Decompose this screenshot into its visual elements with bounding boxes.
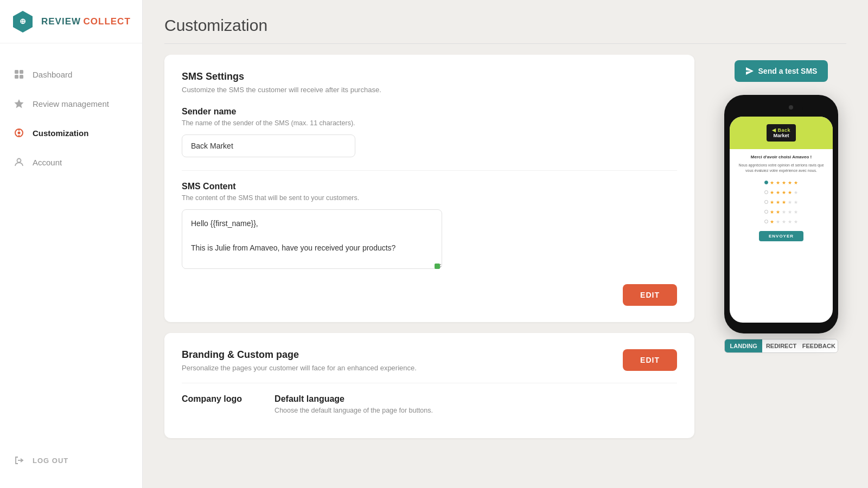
sms-edit-button[interactable]: EDIT	[623, 284, 677, 306]
company-logo-section: Company logo	[182, 394, 242, 422]
sidebar-item-account-label: Account	[33, 158, 62, 167]
sms-content-desc: The content of the SMS that will be sent…	[182, 194, 677, 202]
page-header: Customization	[143, 0, 868, 55]
paint-icon	[13, 127, 25, 139]
radio-2	[764, 210, 768, 214]
logout-label: LOG OUT	[33, 457, 68, 465]
svg-rect-4	[15, 75, 18, 79]
svg-rect-2	[15, 70, 18, 74]
branding-header: Branding & Custom page Personalize the p…	[182, 349, 417, 372]
main-content: Customization SMS Settings Customize the…	[143, 0, 868, 488]
person-icon	[13, 156, 25, 168]
logo-text: REVIEW COLLECT	[41, 16, 131, 27]
send-test-sms-button[interactable]: Send a test SMS	[735, 60, 828, 82]
star-row-1: ★ ★ ★ ★ ★	[764, 219, 798, 224]
content-area: SMS Settings Customize the SMS the custo…	[143, 55, 868, 488]
branding-card: Branding & Custom page Personalize the p…	[164, 333, 694, 438]
sms-content-label: SMS Content	[182, 182, 677, 191]
phone-thanks-text: Merci d'avoir choisi Amaveo !	[751, 155, 812, 159]
tab-feedback[interactable]: FEEDBACK	[800, 339, 838, 352]
sidebar-item-review-management[interactable]: Review management	[0, 89, 142, 118]
resize-handle	[435, 264, 440, 269]
radio-3	[764, 200, 768, 204]
sidebar: ⊕ REVIEW COLLECT Dashboard	[0, 0, 143, 488]
star-row-3: ★ ★ ★ ★ ★	[764, 200, 798, 205]
default-language-desc: Choose the default language of the page …	[275, 407, 433, 414]
star-icon	[13, 98, 25, 110]
branding-title: Branding & Custom page	[182, 349, 417, 361]
sms-settings-subtitle: Customize the SMS the customer will rece…	[182, 86, 677, 94]
sender-name-input[interactable]	[182, 134, 355, 157]
sidebar-item-review-label: Review management	[33, 99, 109, 108]
star-row-5: ★ ★ ★ ★ ★	[764, 180, 798, 185]
right-column: Send a test SMS ◀ Back Market Merci d'	[716, 55, 846, 477]
logo-icon: ⊕	[11, 10, 35, 34]
logo-area: ⊕ REVIEW COLLECT	[0, 0, 142, 43]
sms-content-wrapper: Hello {{first_name}}, This is Julie from…	[182, 209, 442, 271]
sidebar-item-customization[interactable]: Customization	[0, 118, 142, 147]
page-title: Customization	[164, 16, 846, 35]
sidebar-item-dashboard-label: Dashboard	[33, 70, 72, 79]
svg-text:⊕: ⊕	[20, 17, 26, 25]
phone-logo-box: ◀ Back Market	[767, 124, 796, 142]
sender-name-section: Sender name The name of the sender of th…	[182, 107, 677, 157]
radio-1	[764, 220, 768, 223]
sidebar-footer: LOG OUT	[0, 438, 142, 488]
company-logo-label: Company logo	[182, 394, 242, 404]
svg-rect-5	[20, 75, 23, 79]
phone-envoyer-button[interactable]: ENVOYER	[759, 231, 803, 241]
default-language-label: Default language	[275, 394, 433, 404]
preview-tabs: LANDING REDIRECT FEEDBACK	[724, 339, 838, 353]
cube-icon	[13, 68, 25, 80]
radio-5	[764, 181, 768, 184]
svg-point-10	[18, 132, 21, 134]
svg-marker-6	[15, 99, 24, 108]
sender-name-desc: The name of the sender of the SMS (max. …	[182, 119, 677, 127]
phone-mockup: ◀ Back Market Merci d'avoir choisi Amave…	[724, 95, 838, 333]
sms-content-section: SMS Content The content of the SMS that …	[182, 182, 677, 271]
radio-4	[764, 190, 768, 194]
nav-menu: Dashboard Review management Customizatio…	[0, 43, 142, 438]
sender-name-label: Sender name	[182, 107, 677, 117]
sms-settings-card: SMS Settings Customize the SMS the custo…	[164, 55, 694, 322]
branding-subtitle: Personalize the pages your customer will…	[182, 364, 417, 372]
send-icon	[745, 67, 754, 75]
star-row-2: ★ ★ ★ ★ ★	[764, 209, 798, 215]
left-column: SMS Settings Customize the SMS the custo…	[164, 55, 694, 477]
phone-content: Merci d'avoir choisi Amaveo ! Nous appré…	[730, 149, 833, 323]
logout-button[interactable]: LOG OUT	[13, 449, 129, 472]
default-language-section: Default language Choose the default lang…	[275, 394, 433, 422]
star-row-4: ★ ★ ★ ★ ★	[764, 190, 798, 195]
branding-fields: Company logo Default language Choose the…	[182, 394, 677, 422]
phone-notch	[760, 102, 803, 113]
phone-screen: ◀ Back Market Merci d'avoir choisi Amave…	[730, 117, 833, 323]
sidebar-item-customization-label: Customization	[33, 129, 88, 138]
svg-point-11	[17, 159, 21, 163]
sidebar-item-account[interactable]: Account	[0, 147, 142, 177]
svg-rect-3	[20, 70, 23, 74]
sms-edit-btn-row: EDIT	[182, 284, 677, 306]
logout-icon	[13, 454, 25, 466]
sms-settings-title: SMS Settings	[182, 71, 677, 82]
phone-logo-area: ◀ Back Market	[730, 117, 833, 149]
branding-edit-button[interactable]: EDIT	[623, 349, 677, 371]
tab-landing[interactable]: LANDING	[725, 339, 762, 352]
phone-desc-text: Nous apprécions votre opinion et serions…	[735, 163, 827, 174]
sms-content-textarea[interactable]: Hello {{first_name}}, This is Julie from…	[182, 209, 442, 269]
tab-redirect[interactable]: REDIRECT	[762, 339, 800, 352]
sidebar-item-dashboard[interactable]: Dashboard	[0, 60, 142, 89]
